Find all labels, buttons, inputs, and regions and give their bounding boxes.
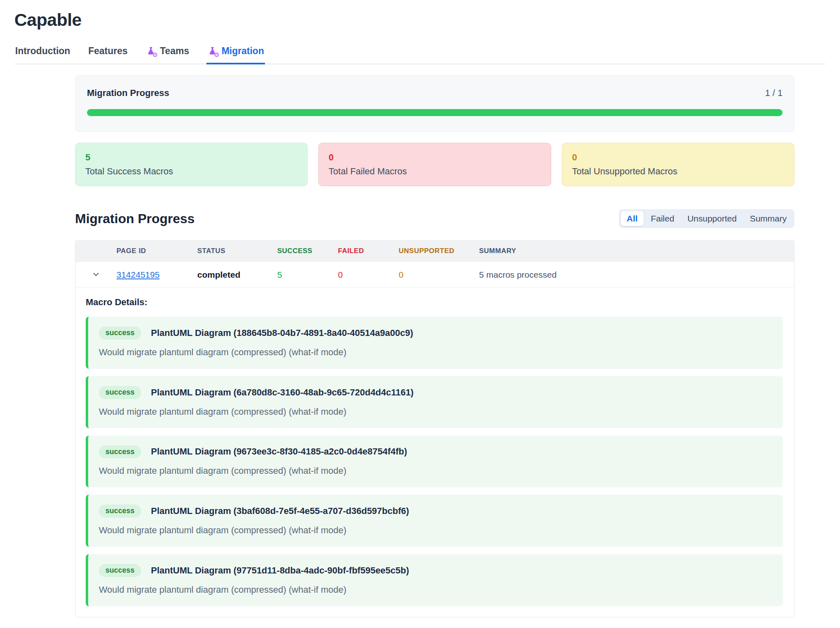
section-title: Migration Progress: [75, 211, 195, 226]
stats-row: 5 Total Success Macros 0 Total Failed Ma…: [75, 143, 794, 186]
stat-value: 0: [572, 152, 784, 163]
tab-introduction[interactable]: Introduction: [14, 45, 71, 64]
column-header-failed: FAILED: [338, 241, 399, 262]
progress-bar-track: [87, 109, 783, 116]
row-success-count: 5: [277, 262, 338, 288]
stat-label: Total Success Macros: [85, 166, 297, 177]
macro-title: PlantUML Diagram (3baf608d-7e5f-4e55-a70…: [151, 506, 409, 516]
row-failed-count: 0: [338, 262, 399, 288]
status-badge: success: [99, 445, 141, 459]
macro-description: Would migrate plantuml diagram (compress…: [99, 347, 772, 358]
gear-icon: ⚙: [214, 52, 219, 58]
macro-description: Would migrate plantuml diagram (compress…: [99, 525, 772, 536]
filter-all[interactable]: All: [621, 211, 644, 226]
row-unsupported-count: 0: [399, 262, 479, 288]
progress-label: Migration Progress: [87, 88, 169, 98]
table-header-row: PAGE ID STATUS SUCCESS FAILED UNSUPPORTE…: [75, 241, 794, 262]
filter-segmented-control: All Failed Unsupported Summary: [619, 209, 794, 228]
stat-card-success: 5 Total Success Macros: [75, 143, 308, 186]
macro-card: success PlantUML Diagram (9673ee3c-8f30-…: [86, 436, 783, 488]
column-header-unsupported: UNSUPPORTED: [399, 241, 479, 262]
progress-counter: 1 / 1: [765, 88, 783, 98]
macro-description: Would migrate plantuml diagram (compress…: [99, 585, 772, 595]
status-badge: success: [99, 505, 141, 518]
main-content: Migration Progress 1 / 1 5 Total Success…: [75, 75, 794, 617]
tab-label: Migration: [221, 46, 264, 57]
tab-bar: Introduction Features ⚙ Teams ⚙ Migratio…: [14, 45, 826, 64]
migration-progress-card: Migration Progress 1 / 1: [75, 75, 794, 132]
filter-failed[interactable]: Failed: [645, 211, 680, 226]
flask-gear-icon: ⚙: [146, 46, 156, 57]
stat-value: 5: [85, 152, 297, 163]
tab-label: Teams: [160, 46, 189, 57]
section-head: Migration Progress All Failed Unsupporte…: [75, 209, 794, 228]
column-header-status: STATUS: [197, 241, 277, 262]
stat-label: Total Unsupported Macros: [572, 166, 784, 177]
tab-label: Features: [88, 46, 128, 57]
column-header-page-id: PAGE ID: [116, 241, 197, 262]
macro-card: success PlantUML Diagram (188645b8-04b7-…: [86, 317, 783, 369]
page-id-link[interactable]: 314245195: [116, 270, 160, 279]
stat-label: Total Failed Macros: [329, 166, 541, 177]
page-title: Capable: [14, 10, 826, 30]
stat-card-failed: 0 Total Failed Macros: [318, 143, 551, 186]
filter-unsupported[interactable]: Unsupported: [682, 211, 742, 226]
row-expander-button[interactable]: [90, 268, 102, 281]
status-badge: success: [99, 564, 141, 577]
macro-card: success PlantUML Diagram (3baf608d-7e5f-…: [86, 495, 783, 547]
status-badge: success: [99, 386, 141, 399]
table-row: 314245195 completed 5 0 0 5 macros proce…: [75, 262, 794, 288]
macro-description: Would migrate plantuml diagram (compress…: [99, 406, 772, 417]
tab-migration[interactable]: ⚙ Migration: [206, 45, 265, 64]
macro-title: PlantUML Diagram (97751d11-8dba-4adc-90b…: [151, 565, 409, 576]
macro-card: success PlantUML Diagram (97751d11-8dba-…: [86, 554, 783, 606]
macro-details-heading: Macro Details:: [86, 297, 783, 308]
status-badge: success: [99, 327, 141, 340]
macro-details-panel: Macro Details: success PlantUML Diagram …: [75, 288, 794, 617]
page-header: Capable: [14, 10, 826, 30]
tab-label: Introduction: [15, 46, 70, 57]
stat-value: 0: [329, 152, 541, 163]
migration-table: PAGE ID STATUS SUCCESS FAILED UNSUPPORTE…: [75, 240, 794, 617]
tab-teams[interactable]: ⚙ Teams: [145, 45, 190, 64]
macro-title: PlantUML Diagram (188645b8-04b7-4891-8a4…: [151, 328, 413, 338]
macro-description: Would migrate plantuml diagram (compress…: [99, 466, 772, 476]
filter-summary[interactable]: Summary: [744, 211, 792, 226]
tab-features[interactable]: Features: [87, 45, 128, 64]
progress-bar-fill: [87, 109, 783, 116]
stat-card-unsupported: 0 Total Unsupported Macros: [562, 143, 794, 186]
macro-title: PlantUML Diagram (9673ee3c-8f30-4185-a2c…: [151, 446, 407, 457]
gear-icon: ⚙: [153, 52, 158, 58]
column-header-summary: SUMMARY: [479, 241, 794, 262]
row-summary: 5 macros processed: [479, 262, 794, 288]
column-header-success: SUCCESS: [277, 241, 338, 262]
macro-card: success PlantUML Diagram (6a780d8c-3160-…: [86, 376, 783, 428]
flask-gear-icon: ⚙: [207, 46, 218, 57]
chevron-down-icon: [91, 270, 100, 279]
row-status: completed: [197, 262, 277, 288]
macro-title: PlantUML Diagram (6a780d8c-3160-48ab-9c6…: [151, 387, 413, 398]
expander-column-header: [75, 241, 116, 262]
